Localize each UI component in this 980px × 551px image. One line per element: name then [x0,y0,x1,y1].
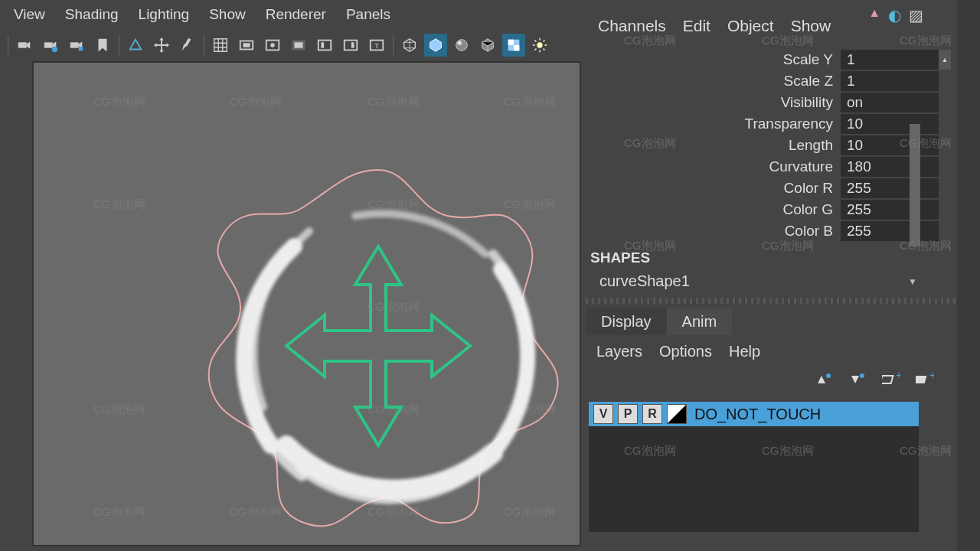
smooth-shade-icon[interactable] [424,34,447,57]
attr-field-scale-z[interactable]: 1 [841,71,939,91]
channel-box-icon[interactable]: ▨ [909,6,923,24]
attr-field-color-b[interactable]: 255 [841,221,939,241]
menu-lighting[interactable]: Lighting [139,6,190,23]
svg-rect-0 [18,42,27,47]
attr-label-scale-z[interactable]: Scale Z [586,73,841,90]
attr-label-color-b[interactable]: Color B [586,223,841,240]
svg-point-27 [458,41,462,46]
field-chart-icon[interactable] [313,34,336,57]
attribute-editor-icon[interactable]: ◐ [888,6,901,24]
svg-marker-9 [159,37,164,41]
svg-point-4 [52,47,57,52]
menu-renderer[interactable]: Renderer [266,6,326,23]
new-layer-empty-icon[interactable]: + [916,371,934,390]
attr-field-transparency[interactable]: 10 [841,114,939,134]
menu-object[interactable]: Object [727,17,774,35]
2d-pan-icon[interactable] [150,34,173,57]
tab-display[interactable]: Display [586,308,667,335]
textured-icon[interactable] [502,34,525,57]
attr-label-visibility[interactable]: Visibility [586,94,841,111]
menu-help[interactable]: Help [729,343,760,360]
film-gate-icon[interactable] [235,34,258,57]
attr-field-color-g[interactable]: 255 [841,200,939,220]
layer-name-label[interactable]: DO_NOT_TOUCH [691,406,821,423]
attr-label-color-g[interactable]: Color G [586,201,841,218]
svg-marker-1 [27,41,31,48]
bookmark-icon[interactable] [91,34,114,57]
layer-list: V P R DO_NOT_TOUCH [589,402,919,532]
shape-node-name[interactable]: curveShape1 [599,272,690,290]
svg-point-26 [456,40,468,51]
menu-panels[interactable]: Panels [346,6,390,23]
menu-show[interactable]: Show [209,6,246,23]
svg-rect-5 [70,42,79,47]
watermark: CG泡泡网 [504,403,556,417]
menu-edit[interactable]: Edit [683,17,710,35]
scrollbar-track[interactable] [910,124,920,246]
attr-field-color-r[interactable]: 255 [841,178,939,198]
right-dock-strip[interactable] [957,0,980,551]
watermark: CG泡泡网 [368,95,420,109]
editor-switch-icons: ▲ ◐ ▨ [868,6,923,24]
hypershade-icon[interactable]: ▲ [868,6,880,24]
menu-view[interactable]: View [14,6,45,23]
layer-menubar: Layers Options Help [586,335,957,368]
menu-options[interactable]: Options [659,343,712,360]
svg-rect-29 [508,40,514,45]
safe-action-icon[interactable] [339,34,362,57]
menu-layers[interactable]: Layers [596,343,642,360]
move-layer-down-icon[interactable] [848,371,867,390]
svg-rect-21 [321,42,324,47]
attr-label-length[interactable]: Length [586,137,841,154]
safe-title-icon[interactable]: T [365,34,388,57]
svg-point-31 [537,42,542,47]
gate-mask-icon[interactable] [287,34,310,57]
new-layer-selected-icon[interactable]: + [882,371,900,390]
move-manipulator [286,246,470,445]
viewport[interactable]: CG泡泡网 CG泡泡网 CG泡泡网 CG泡泡网 CG泡泡网 CG泡泡网 CG泡泡… [32,61,581,546]
menu-shading[interactable]: Shading [65,6,119,23]
camera-select-icon[interactable] [13,34,36,57]
attr-field-visibility[interactable]: on [841,93,939,112]
svg-marker-11 [154,43,157,47]
chevron-down-icon[interactable]: ▼ [908,276,917,287]
layer-tabs: Display Anim [586,308,957,335]
image-plane-icon[interactable] [124,34,147,57]
layer-playback-toggle[interactable]: P [618,404,638,424]
wireframe-icon[interactable] [398,34,421,57]
svg-point-33 [826,373,831,378]
tab-anim[interactable]: Anim [667,308,733,335]
menu-show-right[interactable]: Show [791,17,831,35]
menu-channels[interactable]: Channels [598,17,666,35]
watermark: CG泡泡网 [504,505,556,520]
use-all-lights-icon[interactable] [528,34,551,57]
use-default-material-icon[interactable] [450,34,473,57]
attr-field-curvature[interactable]: 180 [841,157,939,177]
attr-label-transparency[interactable]: Transparency [586,116,841,132]
wireframe-on-shaded-icon[interactable] [476,34,499,57]
layer-row[interactable]: V P R DO_NOT_TOUCH [589,402,919,426]
resolution-gate-icon[interactable] [261,34,284,57]
watermark: CG泡泡网 [93,197,145,212]
grid-icon[interactable] [209,34,232,57]
camera-bookmark-icon[interactable] [65,34,88,57]
panel-separator[interactable] [586,298,957,304]
channel-attribute-list: Scale Y 1 ▲ Scale Z 1 Visibility on Tran… [586,49,957,242]
svg-marker-12 [166,43,169,47]
layer-color-swatch[interactable] [667,404,687,424]
layer-display-type-toggle[interactable]: R [642,404,662,424]
attr-label-scale-y[interactable]: Scale Y [586,51,841,68]
attr-field-scale-y[interactable]: 1 [841,50,939,70]
attr-label-curvature[interactable]: Curvature [586,158,841,175]
grease-pencil-icon[interactable] [176,34,199,57]
attr-label-color-r[interactable]: Color R [586,180,841,197]
camera-lock-icon[interactable] [39,34,62,57]
watermark: CG泡泡网 [93,95,145,109]
scroll-up-icon[interactable]: ▲ [939,50,951,70]
svg-rect-19 [295,42,303,47]
layer-visibility-toggle[interactable]: V [593,404,613,424]
move-layer-up-icon[interactable] [815,371,833,390]
svg-text:+: + [929,371,934,381]
svg-rect-15 [243,43,250,47]
attr-field-length[interactable]: 10 [841,135,939,155]
